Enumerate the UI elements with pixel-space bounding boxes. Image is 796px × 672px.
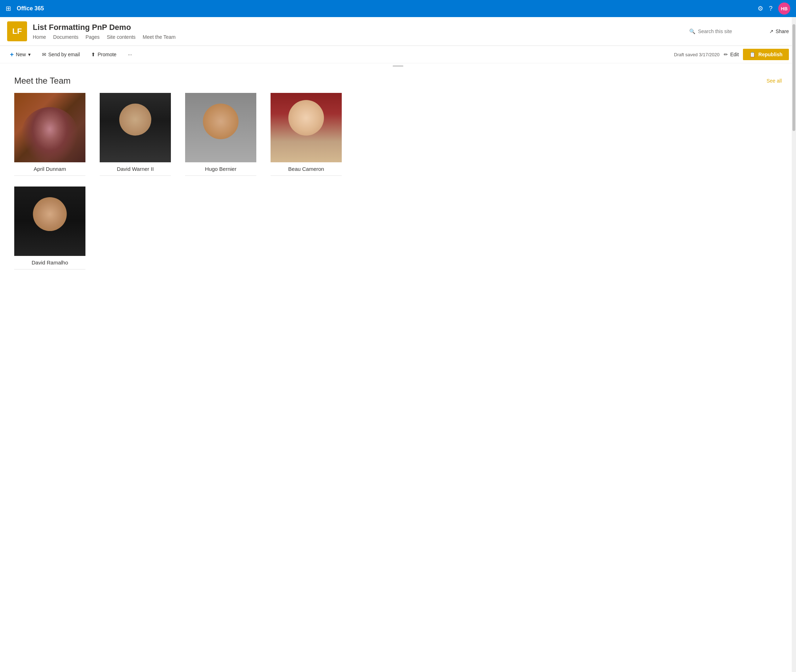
team-card-david-w[interactable]: David Warner II [100,93,171,176]
scrollbar[interactable] [792,17,796,277]
send-email-label: Send by email [48,51,80,57]
team-name-april: April Dunnam [14,166,85,172]
settings-icon[interactable]: ⚙ [758,5,763,13]
team-divider-beau [271,176,342,176]
email-icon: ✉ [42,51,46,57]
team-name-beau: Beau Cameron [271,166,342,172]
section-header: Meet the Team See all [14,76,782,86]
scrollbar-thumb[interactable] [793,24,795,131]
search-icon: 🔍 [689,29,695,34]
edit-icon: ✏ [724,51,728,57]
toolbar: + New ▾ ✉ Send by email ⬆ Promote ··· Dr… [0,46,796,63]
top-nav-left: ⊞ Office 365 [6,5,44,13]
top-nav-bar: ⊞ Office 365 ⚙ ? HB [0,0,796,17]
promote-button[interactable]: ⬆ Promote [88,50,119,59]
site-header: LF List Formatting PnP Demo Home Documen… [0,17,796,46]
avatar[interactable]: HB [778,3,790,14]
search-box: 🔍 [689,29,762,34]
office365-label: Office 365 [17,5,44,12]
new-chevron-icon: ▾ [28,51,30,57]
republish-icon: 📋 [750,51,755,57]
team-card-david-r[interactable]: David Ramalho [14,187,85,269]
toolbar-right: Draft saved 3/17/2020 ✏ Edit 📋 Republish [674,49,789,60]
team-card-beau[interactable]: Beau Cameron [271,93,342,176]
edit-button[interactable]: ✏ Edit [724,51,739,57]
nav-pages[interactable]: Pages [85,34,100,40]
team-divider-april [14,176,85,176]
site-nav: Home Documents Pages Site contents Meet … [33,34,176,40]
share-icon: ↗ [769,29,774,34]
waffle-icon[interactable]: ⊞ [6,5,11,13]
site-title: List Formatting PnP Demo [33,23,176,32]
more-button[interactable]: ··· [125,50,135,59]
site-header-right: 🔍 ↗ Share [689,29,789,34]
team-grid: April Dunnam David Warner II Hugo Bernie… [14,93,782,269]
nav-site-contents[interactable]: Site contents [107,34,136,40]
share-button[interactable]: ↗ Share [769,29,789,34]
nav-home[interactable]: Home [33,34,46,40]
nav-documents[interactable]: Documents [53,34,78,40]
team-divider-david-w [100,176,171,176]
team-card-april[interactable]: April Dunnam [14,93,85,176]
team-card-hugo[interactable]: Hugo Bernier [185,93,256,176]
republish-label: Republish [758,51,782,57]
site-title-area: List Formatting PnP Demo Home Documents … [33,23,176,40]
toolbar-left: + New ▾ ✉ Send by email ⬆ Promote ··· [7,50,135,60]
main-content: Meet the Team See all April Dunnam David… [0,69,796,277]
section-title: Meet the Team [14,76,70,86]
team-name-hugo: Hugo Bernier [185,166,256,172]
site-logo[interactable]: LF [7,21,27,41]
team-divider-david-r [14,269,85,269]
promote-icon: ⬆ [91,51,95,57]
team-photo-april [14,93,85,162]
republish-button[interactable]: 📋 Republish [743,49,789,60]
nav-meet-the-team[interactable]: Meet the Team [143,34,176,40]
team-photo-david-w [100,93,171,162]
team-name-david-w: David Warner II [100,166,171,172]
promote-label: Promote [98,51,117,57]
help-icon[interactable]: ? [769,5,772,13]
edit-label: Edit [730,51,739,57]
draft-saved-text: Draft saved 3/17/2020 [674,52,719,57]
team-divider-hugo [185,176,256,176]
new-button[interactable]: + New ▾ [7,50,34,60]
see-all-link[interactable]: See all [766,78,782,84]
site-header-left: LF List Formatting PnP Demo Home Documen… [7,21,176,41]
scroll-indicator [392,66,404,67]
team-photo-david-r [14,187,85,256]
team-photo-hugo [185,93,256,162]
more-icon: ··· [128,51,132,57]
send-email-button[interactable]: ✉ Send by email [39,50,83,59]
plus-icon: + [10,51,14,58]
search-input[interactable] [698,29,762,34]
top-nav-right: ⚙ ? HB [758,3,790,14]
team-photo-beau [271,93,342,162]
new-label: New [16,51,26,57]
share-label: Share [776,29,789,34]
team-name-david-r: David Ramalho [14,259,85,266]
